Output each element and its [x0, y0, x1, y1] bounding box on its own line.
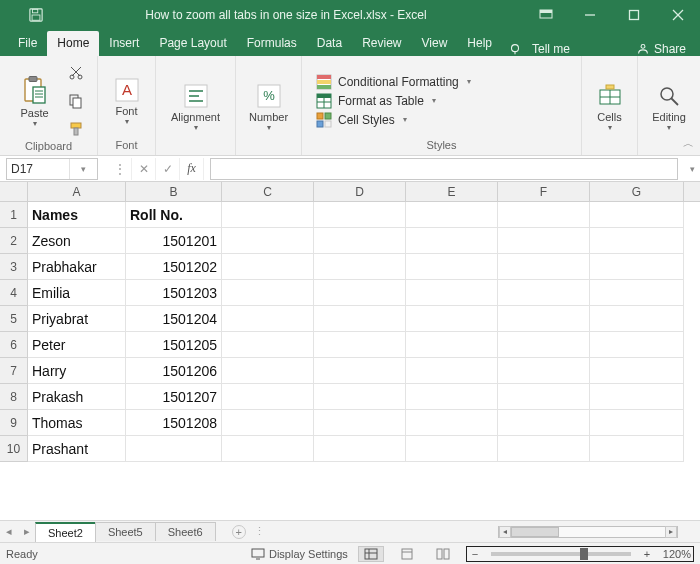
- cell[interactable]: Zeson: [28, 228, 126, 254]
- cell[interactable]: [498, 384, 590, 410]
- tab-help[interactable]: Help: [457, 31, 502, 56]
- row-header[interactable]: 6: [0, 332, 28, 358]
- cell[interactable]: [126, 436, 222, 462]
- cell[interactable]: 1501201: [126, 228, 222, 254]
- select-all-corner[interactable]: [0, 182, 28, 201]
- cell[interactable]: [590, 384, 684, 410]
- tab-view[interactable]: View: [412, 31, 458, 56]
- cell[interactable]: 1501205: [126, 332, 222, 358]
- fx-icon[interactable]: fx: [180, 158, 204, 180]
- cell[interactable]: [406, 384, 498, 410]
- cell[interactable]: 1501206: [126, 358, 222, 384]
- row-header[interactable]: 4: [0, 280, 28, 306]
- row-header[interactable]: 10: [0, 436, 28, 462]
- name-box[interactable]: ▾: [6, 158, 98, 180]
- cell[interactable]: [406, 358, 498, 384]
- cell[interactable]: [314, 280, 406, 306]
- cell[interactable]: [498, 280, 590, 306]
- col-header[interactable]: D: [314, 182, 406, 201]
- row-header[interactable]: 7: [0, 358, 28, 384]
- cell[interactable]: Thomas: [28, 410, 126, 436]
- cut-icon[interactable]: [65, 62, 87, 84]
- cell[interactable]: Harry: [28, 358, 126, 384]
- cell[interactable]: [590, 306, 684, 332]
- cell[interactable]: 1501203: [126, 280, 222, 306]
- cell[interactable]: [498, 228, 590, 254]
- cell[interactable]: [222, 202, 314, 228]
- tell-me-search[interactable]: Tell me: [532, 42, 570, 56]
- cell[interactable]: [314, 358, 406, 384]
- options-colon-icon[interactable]: ⋮: [108, 158, 132, 180]
- normal-view-icon[interactable]: [358, 546, 384, 562]
- display-settings-button[interactable]: Display Settings: [251, 548, 348, 560]
- cell[interactable]: Names: [28, 202, 126, 228]
- cell[interactable]: [590, 358, 684, 384]
- cell[interactable]: [590, 436, 684, 462]
- cell[interactable]: [314, 228, 406, 254]
- col-header[interactable]: E: [406, 182, 498, 201]
- tab-data[interactable]: Data: [307, 31, 352, 56]
- cell[interactable]: [498, 410, 590, 436]
- tab-insert[interactable]: Insert: [99, 31, 149, 56]
- cell[interactable]: [314, 254, 406, 280]
- cell[interactable]: Prashant: [28, 436, 126, 462]
- cell[interactable]: Peter: [28, 332, 126, 358]
- cell[interactable]: [406, 332, 498, 358]
- cell[interactable]: [406, 280, 498, 306]
- cell[interactable]: [590, 410, 684, 436]
- zoom-level[interactable]: 120%: [663, 548, 691, 560]
- cell[interactable]: Prakash: [28, 384, 126, 410]
- new-sheet-icon[interactable]: +: [232, 525, 246, 539]
- cell[interactable]: [222, 384, 314, 410]
- sheet-tab[interactable]: Sheet6: [155, 522, 216, 541]
- scrollbar-thumb[interactable]: [511, 527, 559, 537]
- cell[interactable]: [314, 332, 406, 358]
- col-header[interactable]: F: [498, 182, 590, 201]
- copy-icon[interactable]: [65, 90, 87, 112]
- cell[interactable]: [314, 202, 406, 228]
- col-header[interactable]: C: [222, 182, 314, 201]
- font-button[interactable]: A Font ▾: [103, 66, 151, 136]
- row-header[interactable]: 9: [0, 410, 28, 436]
- tab-scroll-right-icon[interactable]: ▸: [18, 525, 36, 538]
- zoom-out-icon[interactable]: −: [469, 548, 481, 560]
- name-box-dropdown-icon[interactable]: ▾: [69, 159, 97, 179]
- paste-button[interactable]: Paste ▾: [11, 66, 59, 136]
- zoom-slider-thumb[interactable]: [580, 548, 588, 560]
- row-header[interactable]: 2: [0, 228, 28, 254]
- cell[interactable]: [498, 202, 590, 228]
- cell[interactable]: [222, 358, 314, 384]
- tab-file[interactable]: File: [8, 31, 47, 56]
- cells-button[interactable]: Cells ▾: [586, 72, 634, 142]
- conditional-formatting-button[interactable]: Conditional Formatting ▾: [316, 74, 471, 90]
- col-header[interactable]: G: [590, 182, 684, 201]
- sheet-tab[interactable]: Sheet5: [95, 522, 156, 541]
- cell[interactable]: [406, 306, 498, 332]
- tab-formulas[interactable]: Formulas: [237, 31, 307, 56]
- cell[interactable]: [222, 306, 314, 332]
- format-painter-icon[interactable]: [65, 118, 87, 140]
- cell[interactable]: [498, 254, 590, 280]
- cell[interactable]: [406, 436, 498, 462]
- col-header[interactable]: B: [126, 182, 222, 201]
- alignment-button[interactable]: Alignment ▾: [165, 72, 227, 142]
- cell[interactable]: [222, 332, 314, 358]
- save-icon[interactable]: [24, 3, 48, 27]
- cell[interactable]: [406, 202, 498, 228]
- cell[interactable]: [590, 332, 684, 358]
- format-as-table-button[interactable]: Format as Table ▾: [316, 93, 436, 109]
- close-icon[interactable]: [656, 0, 700, 30]
- scroll-left-icon[interactable]: ◂: [499, 526, 511, 538]
- formula-input[interactable]: [210, 158, 678, 180]
- name-box-input[interactable]: [7, 159, 69, 179]
- cell[interactable]: [222, 436, 314, 462]
- cell[interactable]: [314, 306, 406, 332]
- sheet-tab[interactable]: Sheet2: [35, 522, 96, 542]
- cell[interactable]: [498, 332, 590, 358]
- cell[interactable]: [498, 306, 590, 332]
- cell[interactable]: [222, 254, 314, 280]
- zoom-slider[interactable]: [491, 552, 631, 556]
- cell[interactable]: Roll No.: [126, 202, 222, 228]
- collapse-ribbon-icon[interactable]: ︿: [683, 136, 694, 151]
- ribbon-display-options-icon[interactable]: [524, 0, 568, 30]
